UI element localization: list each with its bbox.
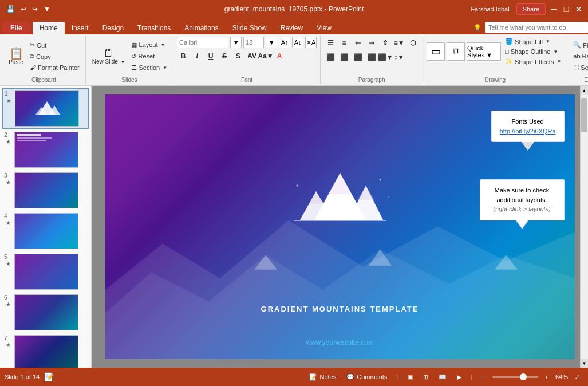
redo-icon[interactable]: ↪ xyxy=(30,4,40,14)
slide-thumb-5[interactable]: 5 ★ xyxy=(2,252,89,292)
find-button[interactable]: 🔍 Find xyxy=(571,40,588,50)
scroll-up-button[interactable]: ▲ xyxy=(581,86,588,95)
notes-button[interactable]: 📝 Notes xyxy=(306,372,340,382)
smartart-button[interactable]: ⬡ xyxy=(407,37,419,49)
underline-button[interactable]: U xyxy=(204,50,217,62)
clear-formatting[interactable]: ✕A xyxy=(305,37,317,48)
save-icon[interactable]: 💾 xyxy=(5,4,17,14)
callout1-line2: http://bit.ly/2i6XQRa xyxy=(500,127,556,136)
normal-view-button[interactable]: ▣ xyxy=(404,372,416,382)
zoom-in-button[interactable]: + xyxy=(542,372,552,381)
cut-button[interactable]: ✂ Cut xyxy=(27,40,82,50)
line-spacing-button[interactable]: ↕▼ xyxy=(393,51,405,64)
font-name-dropdown[interactable]: ▼ xyxy=(230,37,242,48)
decrease-indent-button[interactable]: ⇐ xyxy=(352,37,364,49)
tell-me-input[interactable] xyxy=(485,22,588,33)
bold-button[interactable]: B xyxy=(177,50,190,62)
vertical-scrollbar[interactable]: ▲ ▼ xyxy=(580,86,588,368)
shape-outline-button[interactable]: □ Shape Outline ▼ xyxy=(503,47,563,56)
paste-button[interactable]: 📋 Paste xyxy=(6,46,26,67)
change-case-button[interactable]: Aa▼ xyxy=(259,50,272,62)
copy-button[interactable]: ⧉ Copy xyxy=(27,52,82,61)
font-size-decrease[interactable]: A↓ xyxy=(292,37,303,48)
section-button[interactable]: ☰ Section ▼ xyxy=(129,63,169,73)
zoom-level: 64% xyxy=(555,373,568,380)
scroll-thumb[interactable] xyxy=(581,98,587,132)
tab-transitions[interactable]: Transitions xyxy=(131,22,177,34)
align-right-button[interactable]: ⬛ xyxy=(352,51,364,64)
slide-thumb-2[interactable]: 2 ★ xyxy=(2,130,89,170)
editing-group: 🔍 Find ab Replace ▼ ⬚ Select ▼ Editing xyxy=(567,36,588,84)
share-button[interactable]: Share xyxy=(516,3,546,15)
customize-icon[interactable]: ▼ xyxy=(42,4,52,14)
slideshow-button[interactable]: ▶ xyxy=(453,372,465,382)
tab-view[interactable]: View xyxy=(310,22,338,34)
scroll-down-button[interactable]: ▼ xyxy=(581,359,588,368)
layout-button[interactable]: ▦ Layout ▼ xyxy=(129,40,169,50)
slide-number-4: 4 xyxy=(4,213,12,219)
align-text-button[interactable]: ≡▼ xyxy=(393,37,405,49)
replace-button[interactable]: ab Replace ▼ xyxy=(571,52,588,61)
shape-fill-button[interactable]: 🪣 Shape Fill ▼ xyxy=(503,37,563,46)
tab-animations[interactable]: Animations xyxy=(177,22,225,34)
new-slide-icon: 🗒 xyxy=(104,48,114,58)
char-spacing-button[interactable]: AV xyxy=(246,50,258,62)
zoom-slider[interactable] xyxy=(492,376,538,378)
italic-button[interactable]: I xyxy=(191,50,203,62)
new-slide-button[interactable]: 🗒 New Slide ▼ xyxy=(89,46,128,66)
shape-effects-button[interactable]: ✨ Shape Effects ▼ xyxy=(503,57,563,66)
format-painter-button[interactable]: 🖌 Format Painter xyxy=(27,63,82,72)
status-bar: Slide 1 of 14 📝 📝 Notes 💬 Comments | ▣ ⊞… xyxy=(0,368,588,386)
slide-thumb-4[interactable]: 4 ★ xyxy=(2,211,89,251)
arrange-icon: ⧉ xyxy=(453,46,459,57)
font-size-increase[interactable]: A↑ xyxy=(279,37,290,48)
bullets-button[interactable]: ☰ xyxy=(324,37,337,49)
comments-icon: 💬 xyxy=(346,373,354,381)
text-shadow-button[interactable]: S xyxy=(232,50,244,62)
align-left-button[interactable]: ⬛ xyxy=(324,51,337,64)
shapes-button[interactable]: ▭ xyxy=(427,42,445,61)
reset-button[interactable]: ↺ Reset xyxy=(129,52,169,61)
arrange-button[interactable]: ⧉ xyxy=(447,42,465,61)
callout-box-2: Make sure to check additional layouts. (… xyxy=(480,179,565,220)
tab-home[interactable]: Home xyxy=(33,22,65,34)
shape-effects-dropdown: ▼ xyxy=(557,59,561,64)
select-button[interactable]: ⬚ Select ▼ xyxy=(571,62,588,72)
slide-number-6: 6 xyxy=(4,294,12,301)
quick-styles-button[interactable]: Quick Styles ▼ xyxy=(467,42,501,61)
slide-thumb-6[interactable]: 6 ★ xyxy=(2,293,89,332)
minimize-button[interactable]: ─ xyxy=(549,5,558,14)
main-slide[interactable]: GRADIENT MOUNTAINS TEMPLATE www.yourwebs… xyxy=(105,94,575,359)
text-direction-button[interactable]: ⇕ xyxy=(379,37,392,49)
title-bar: 💾 ↩ ↪ ▼ gradient_mountains_19705.pptx - … xyxy=(0,0,588,18)
restore-button[interactable]: □ xyxy=(562,5,571,14)
font-size-dropdown[interactable]: ▼ xyxy=(266,37,277,48)
close-button[interactable]: ✕ xyxy=(574,5,583,14)
slide-thumb-3[interactable]: 3 ★ xyxy=(2,171,89,210)
font-size-input[interactable] xyxy=(243,37,264,48)
tab-slideshow[interactable]: Slide Show xyxy=(226,22,274,34)
font-name-input[interactable] xyxy=(177,37,228,48)
tab-design[interactable]: Design xyxy=(96,22,131,34)
undo-icon[interactable]: ↩ xyxy=(19,4,28,14)
strikethrough-button[interactable]: S xyxy=(218,50,231,62)
font-color-button[interactable]: A xyxy=(273,50,286,62)
reading-view-button[interactable]: 📖 xyxy=(435,372,450,382)
increase-indent-button[interactable]: ⇒ xyxy=(365,37,378,49)
align-center-button[interactable]: ⬛ xyxy=(338,51,350,64)
cols-button[interactable]: ⬛▼ xyxy=(379,51,392,64)
slide-thumb-7[interactable]: 7 ★ xyxy=(2,333,89,368)
zoom-out-button[interactable]: − xyxy=(478,372,488,381)
scroll-track[interactable] xyxy=(581,95,588,359)
tab-review[interactable]: Review xyxy=(274,22,310,34)
justify-button[interactable]: ⬛ xyxy=(365,51,378,64)
tab-file[interactable]: File xyxy=(2,22,30,34)
zoom-thumb[interactable] xyxy=(520,373,527,380)
slide-thumb-1[interactable]: 1 ★ xyxy=(2,88,89,129)
comments-button[interactable]: 💬 Comments xyxy=(343,372,390,382)
slide-sorter-button[interactable]: ⊞ xyxy=(420,372,432,382)
numbering-button[interactable]: ≡ xyxy=(338,37,350,49)
tab-insert[interactable]: Insert xyxy=(65,22,96,34)
fit-to-window-button[interactable]: ⤢ xyxy=(571,372,583,382)
notes-icon[interactable]: 📝 xyxy=(44,372,54,381)
